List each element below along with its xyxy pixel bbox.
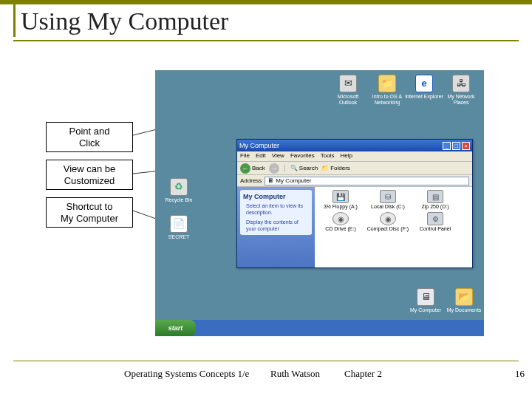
forward-arrow-icon: →: [269, 163, 279, 174]
side-heading: My Computer: [243, 193, 309, 200]
mycomputer-window: My Computer _ □ × File Edit View Favorit…: [236, 139, 473, 268]
folder-icon: 📂: [455, 288, 473, 306]
desktop-icon-recycle[interactable]: ♻ Recycle Bin: [160, 178, 198, 203]
floppy-icon: 💾: [332, 190, 349, 203]
taskbar: start: [155, 320, 484, 336]
drive-control[interactable]: ⚙Control Panel: [412, 212, 458, 231]
side-panel-box: My Computer Select an item to view its d…: [240, 190, 312, 235]
desktop-icon-mycomputer[interactable]: 🖥 My Computer: [406, 288, 445, 313]
address-field[interactable]: 🖥 My Computer: [265, 177, 469, 185]
menubar: File Edit View Favorites Tools Help: [237, 151, 472, 162]
search-button[interactable]: 🔍Search: [290, 165, 318, 171]
drive-label: Control Panel: [412, 226, 458, 231]
window-body: My Computer Select an item to view its d…: [237, 187, 472, 267]
menu-tools[interactable]: Tools: [321, 152, 335, 160]
cd-icon: ◉: [380, 212, 396, 225]
folder-icon: 📁: [378, 75, 396, 92]
side-text: Display the contents of your computer: [243, 219, 309, 232]
drive-label: Zip 250 (D:): [412, 204, 458, 209]
drive-cd[interactable]: ◉CD Drive (E:): [318, 212, 364, 231]
zip-icon: ▤: [427, 190, 443, 203]
desktop-icon-mydocs[interactable]: 📂 My Documents: [445, 288, 483, 313]
desktop-icon-outlook[interactable]: ✉ Microsoft Outlook: [329, 75, 367, 105]
maximize-button[interactable]: □: [452, 142, 460, 150]
recycle-icon: ♻: [170, 178, 188, 196]
icon-label: Internet Explorer: [405, 94, 443, 100]
desktop-icon-secret[interactable]: 📄 SECRET: [160, 215, 198, 240]
window-title-text: My Computer: [239, 142, 279, 149]
side-panel: My Computer Select an item to view its d…: [237, 187, 315, 267]
icon-label: My Network Places: [442, 94, 480, 105]
page-number: 16: [515, 368, 525, 380]
network-icon: 🖧: [452, 75, 470, 92]
address-bar: Address 🖥 My Computer: [237, 175, 472, 187]
drive-floppy[interactable]: 💾3½ Floppy (A:): [318, 190, 364, 209]
icon-label: My Documents: [445, 307, 483, 313]
desktop-screenshot: ✉ Microsoft Outlook 📁 Intro to OS & Netw…: [155, 70, 484, 336]
address-value: My Computer: [276, 177, 311, 184]
document-icon: 📄: [170, 215, 188, 233]
ie-icon: e: [415, 75, 433, 92]
drive-zip[interactable]: ▤Zip 250 (D:): [412, 190, 458, 209]
control-panel-icon: ⚙: [427, 212, 443, 225]
side-text: Select an item to view its description.: [243, 202, 309, 216]
start-button[interactable]: start: [155, 320, 196, 336]
back-button[interactable]: ←Back: [240, 163, 265, 174]
menu-favorites[interactable]: Favorites: [290, 152, 315, 160]
menu-help[interactable]: Help: [340, 152, 352, 160]
icon-label: Recycle Bin: [160, 197, 198, 203]
icon-label: Intro to OS & Networking: [368, 94, 406, 105]
drive-label: Compact Disc (F:): [365, 226, 411, 231]
menu-view[interactable]: View: [272, 152, 284, 160]
drive-label: Local Disk (C:): [365, 204, 411, 209]
desktop-icon-ie[interactable]: e Internet Explorer: [405, 75, 443, 100]
drive-label: 3½ Floppy (A:): [318, 204, 364, 209]
menu-file[interactable]: File: [240, 152, 250, 160]
desktop-icon-network[interactable]: 🖧 My Network Places: [442, 75, 480, 105]
window-titlebar[interactable]: My Computer _ □ ×: [237, 140, 472, 151]
drive-local[interactable]: ⛁Local Disk (C:): [365, 190, 411, 209]
icon-label: SECRET: [160, 234, 198, 240]
minimize-button[interactable]: _: [443, 142, 451, 150]
icon-label: Microsoft Outlook: [329, 94, 367, 105]
footer-chapter: Chapter 2: [344, 368, 382, 380]
close-button[interactable]: ×: [462, 142, 470, 150]
icon-label: My Computer: [406, 307, 445, 313]
back-arrow-icon: ←: [240, 163, 250, 174]
cd-icon: ◉: [332, 212, 349, 225]
computer-icon: 🖥: [267, 177, 273, 184]
drive-label: CD Drive (E:): [318, 226, 364, 231]
forward-button[interactable]: →: [269, 163, 279, 174]
toolbar: ←Back → │ 🔍Search 📁Folders: [237, 162, 472, 175]
drive-pane: 💾3½ Floppy (A:) ⛁Local Disk (C:) ▤Zip 25…: [315, 187, 472, 267]
footer-book: Operating Systems Concepts 1/e: [124, 368, 249, 380]
address-label: Address: [240, 177, 262, 184]
drive-compact[interactable]: ◉Compact Disc (F:): [365, 212, 411, 231]
separator-icon: │: [283, 165, 287, 171]
desktop-icon-intro[interactable]: 📁 Intro to OS & Networking: [368, 75, 406, 105]
outlook-icon: ✉: [339, 75, 357, 92]
footer-rule: [13, 361, 519, 361]
back-label: Back: [252, 165, 265, 171]
hdd-icon: ⛁: [380, 190, 396, 203]
folders-button[interactable]: 📁Folders: [321, 165, 350, 171]
folders-label: Folders: [330, 165, 350, 171]
footer-author: Ruth Watson: [270, 368, 320, 380]
menu-edit[interactable]: Edit: [256, 152, 266, 160]
computer-icon: 🖥: [417, 288, 434, 306]
search-label: Search: [299, 165, 318, 171]
